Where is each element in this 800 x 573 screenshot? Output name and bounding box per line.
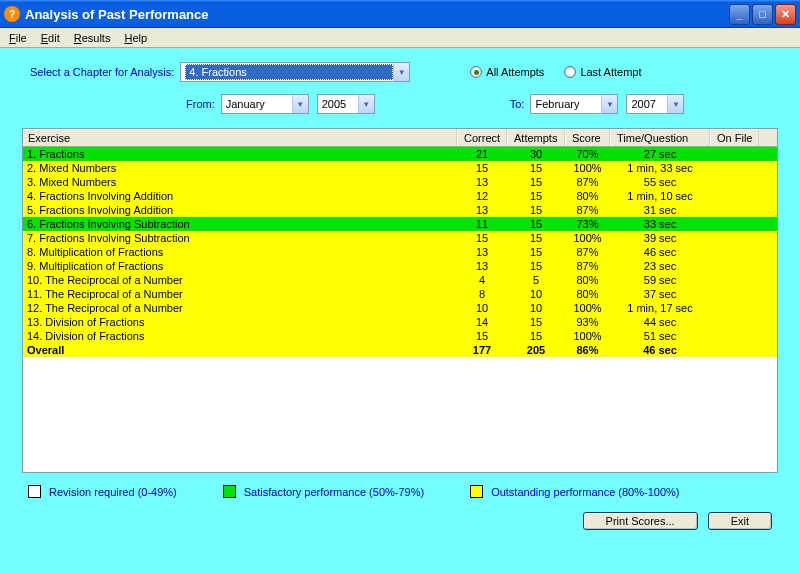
menu-edit[interactable]: Edit bbox=[34, 30, 67, 46]
to-month-value: February bbox=[535, 98, 601, 110]
cell-onfile bbox=[710, 273, 759, 287]
col-attempts[interactable]: Attempts bbox=[507, 129, 565, 146]
menu-results[interactable]: Results bbox=[67, 30, 118, 46]
cell-attempts: 30 bbox=[507, 147, 565, 161]
window-title: Analysis of Past Performance bbox=[25, 7, 729, 22]
cell-time: 1 min, 17 sec bbox=[610, 301, 710, 315]
cell-time: 46 sec bbox=[610, 245, 710, 259]
col-onfile[interactable]: On File bbox=[710, 129, 759, 146]
cell-onfile bbox=[710, 217, 759, 231]
cell-onfile bbox=[710, 175, 759, 189]
chapter-dropdown[interactable]: 4. Fractions ▼ bbox=[180, 62, 410, 82]
close-button[interactable]: ✕ bbox=[775, 4, 796, 25]
content-area: Select a Chapter for Analysis: 4. Fracti… bbox=[0, 48, 800, 573]
last-attempt-radio[interactable]: Last Attempt bbox=[564, 66, 641, 78]
cell-score: 73% bbox=[565, 217, 610, 231]
table-row[interactable]: 8. Multiplication of Fractions131587%46 … bbox=[23, 245, 777, 259]
chevron-down-icon[interactable]: ▼ bbox=[358, 95, 374, 113]
cell-time: 55 sec bbox=[610, 175, 710, 189]
cell-attempts: 15 bbox=[507, 329, 565, 343]
cell-exercise: 4. Fractions Involving Addition bbox=[23, 189, 457, 203]
cell-correct: 177 bbox=[457, 343, 507, 357]
cell-score: 80% bbox=[565, 189, 610, 203]
chevron-down-icon[interactable]: ▼ bbox=[667, 95, 683, 113]
table-row[interactable]: 14. Division of Fractions1515100%51 sec bbox=[23, 329, 777, 343]
cell-onfile bbox=[710, 245, 759, 259]
cell-onfile bbox=[710, 343, 759, 357]
cell-attempts: 15 bbox=[507, 203, 565, 217]
cell-correct: 4 bbox=[457, 273, 507, 287]
minimize-button[interactable]: _ bbox=[729, 4, 750, 25]
to-year-value: 2007 bbox=[631, 98, 667, 110]
from-month-dropdown[interactable]: January ▼ bbox=[221, 94, 309, 114]
legend-satisfactory: Satisfactory performance (50%-79%) bbox=[244, 486, 424, 498]
cell-correct: 13 bbox=[457, 203, 507, 217]
col-correct[interactable]: Correct bbox=[457, 129, 507, 146]
cell-correct: 11 bbox=[457, 217, 507, 231]
from-year-dropdown[interactable]: 2005 ▼ bbox=[317, 94, 375, 114]
cell-exercise: 9. Multiplication of Fractions bbox=[23, 259, 457, 273]
cell-exercise: 10. The Reciprocal of a Number bbox=[23, 273, 457, 287]
col-exercise[interactable]: Exercise bbox=[23, 129, 457, 146]
table-row[interactable]: 11. The Reciprocal of a Number81080%37 s… bbox=[23, 287, 777, 301]
print-scores-button[interactable]: Print Scores... bbox=[583, 512, 698, 530]
cell-correct: 12 bbox=[457, 189, 507, 203]
from-label: From: bbox=[186, 98, 215, 110]
table-row[interactable]: 2. Mixed Numbers1515100%1 min, 33 sec bbox=[23, 161, 777, 175]
table-row[interactable]: 13. Division of Fractions141593%44 sec bbox=[23, 315, 777, 329]
cell-score: 87% bbox=[565, 203, 610, 217]
menu-file[interactable]: File bbox=[2, 30, 34, 46]
from-month-value: January bbox=[226, 98, 292, 110]
from-year-value: 2005 bbox=[322, 98, 358, 110]
cell-onfile bbox=[710, 147, 759, 161]
cell-onfile bbox=[710, 203, 759, 217]
table-row[interactable]: 9. Multiplication of Fractions131587%23 … bbox=[23, 259, 777, 273]
menu-help[interactable]: Help bbox=[117, 30, 154, 46]
cell-correct: 13 bbox=[457, 175, 507, 189]
all-attempts-radio[interactable]: All Attempts bbox=[470, 66, 544, 78]
table-row[interactable]: 4. Fractions Involving Addition121580%1 … bbox=[23, 189, 777, 203]
chevron-down-icon[interactable]: ▼ bbox=[292, 95, 308, 113]
cell-correct: 21 bbox=[457, 147, 507, 161]
table-row[interactable]: 6. Fractions Involving Subtraction111573… bbox=[23, 217, 777, 231]
cell-score: 100% bbox=[565, 329, 610, 343]
chevron-down-icon[interactable]: ▼ bbox=[601, 95, 617, 113]
cell-score: 100% bbox=[565, 301, 610, 315]
cell-score: 70% bbox=[565, 147, 610, 161]
cell-time: 23 sec bbox=[610, 259, 710, 273]
cell-score: 87% bbox=[565, 259, 610, 273]
cell-time: 44 sec bbox=[610, 315, 710, 329]
table-row[interactable]: 7. Fractions Involving Subtraction151510… bbox=[23, 231, 777, 245]
cell-exercise: 2. Mixed Numbers bbox=[23, 161, 457, 175]
maximize-button[interactable]: □ bbox=[752, 4, 773, 25]
cell-attempts: 15 bbox=[507, 175, 565, 189]
to-year-dropdown[interactable]: 2007 ▼ bbox=[626, 94, 684, 114]
legend-box-white bbox=[28, 485, 41, 498]
col-score[interactable]: Score bbox=[565, 129, 610, 146]
legend: Revision required (0-49%) Satisfactory p… bbox=[0, 481, 800, 502]
legend-outstanding: Outstanding performance (80%-100%) bbox=[491, 486, 679, 498]
cell-score: 93% bbox=[565, 315, 610, 329]
table-row[interactable]: 10. The Reciprocal of a Number4580%59 se… bbox=[23, 273, 777, 287]
cell-onfile bbox=[710, 231, 759, 245]
cell-exercise: 3. Mixed Numbers bbox=[23, 175, 457, 189]
table-row[interactable]: 3. Mixed Numbers131587%55 sec bbox=[23, 175, 777, 189]
exit-button[interactable]: Exit bbox=[708, 512, 772, 530]
overall-row: Overall17720586%46 sec bbox=[23, 343, 777, 357]
cell-attempts: 15 bbox=[507, 315, 565, 329]
table-row[interactable]: 5. Fractions Involving Addition131587%31… bbox=[23, 203, 777, 217]
cell-onfile bbox=[710, 189, 759, 203]
cell-exercise: 12. The Reciprocal of a Number bbox=[23, 301, 457, 315]
cell-onfile bbox=[710, 315, 759, 329]
cell-correct: 10 bbox=[457, 301, 507, 315]
cell-attempts: 15 bbox=[507, 217, 565, 231]
chapter-value: 4. Fractions bbox=[185, 64, 393, 80]
cell-correct: 15 bbox=[457, 161, 507, 175]
table-row[interactable]: 1. Fractions213070%27 sec bbox=[23, 147, 777, 161]
chevron-down-icon[interactable]: ▼ bbox=[393, 63, 409, 81]
to-month-dropdown[interactable]: February ▼ bbox=[530, 94, 618, 114]
table-row[interactable]: 12. The Reciprocal of a Number1010100%1 … bbox=[23, 301, 777, 315]
cell-exercise: 1. Fractions bbox=[23, 147, 457, 161]
col-time[interactable]: Time/Question bbox=[610, 129, 710, 146]
cell-correct: 15 bbox=[457, 231, 507, 245]
